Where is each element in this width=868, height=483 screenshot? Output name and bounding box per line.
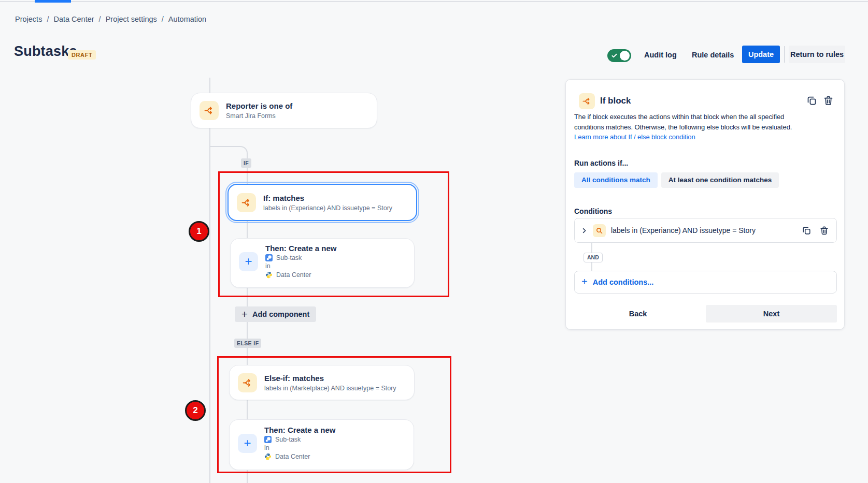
breadcrumb: Projects / Data Center / Project setting…: [15, 15, 206, 23]
conditions-label: Conditions: [574, 207, 612, 215]
then-card-title: Then: Create a new: [265, 244, 337, 253]
trigger-card[interactable]: Reporter is one of Smart Jira Forms: [191, 93, 377, 128]
breadcrumb-projects[interactable]: Projects: [15, 15, 42, 23]
add-component-button[interactable]: + Add component: [235, 306, 316, 322]
branch-icon: [238, 373, 257, 392]
flow-branch-elbow: [209, 146, 248, 154]
then-project-name: Data Center: [276, 271, 311, 279]
header-separator: [784, 46, 785, 63]
duplicate-block-button[interactable]: [805, 94, 818, 107]
then-issue-type: Sub-task: [275, 436, 301, 443]
top-scroll-indicator: [35, 0, 71, 3]
python-project-icon: [264, 453, 272, 460]
search-icon: [593, 224, 606, 237]
flow-main-line: [209, 78, 210, 483]
if-card-subtitle: labels in (Experiance) AND issuetype = S…: [263, 204, 392, 212]
tab-all-conditions-match[interactable]: All conditions match: [574, 172, 658, 188]
chevron-right-icon[interactable]: [581, 227, 588, 234]
top-divider: [0, 1, 868, 2]
annotation-badge-1: 1: [189, 221, 209, 242]
next-button[interactable]: Next: [706, 305, 837, 323]
breadcrumb-automation[interactable]: Automation: [168, 15, 206, 23]
breadcrumb-data-center[interactable]: Data Center: [53, 15, 94, 23]
trash-icon: [819, 226, 829, 236]
condition-text: labels in (Experiance) AND issuetype = S…: [611, 226, 795, 235]
toggle-knob: [620, 51, 630, 61]
if-condition-card[interactable]: If: matches labels in (Experiance) AND i…: [227, 184, 417, 221]
learn-more-link[interactable]: Learn more about If / else block conditi…: [574, 133, 695, 141]
add-component-label: Add component: [252, 310, 309, 318]
back-button[interactable]: Back: [574, 305, 702, 323]
delete-condition-button[interactable]: [818, 224, 830, 237]
return-to-rules-button[interactable]: Return to rules: [789, 46, 845, 63]
tab-at-least-one-condition[interactable]: At least one condition matches: [661, 172, 779, 188]
breadcrumb-separator: /: [47, 15, 49, 23]
trigger-subtitle: Smart Jira Forms: [226, 112, 292, 120]
panel-description-text: The if block executes the actions within…: [574, 113, 792, 131]
delete-block-button[interactable]: [822, 94, 834, 107]
add-conditions-label: Add conditions...: [593, 278, 654, 286]
plus-icon: +: [239, 252, 258, 271]
condition-row[interactable]: labels in (Experiance) AND issuetype = S…: [574, 218, 837, 243]
python-project-icon: [265, 271, 273, 279]
then-issue-type: Sub-task: [276, 254, 302, 261]
match-mode-tabs: All conditions match At least one condit…: [574, 172, 779, 188]
rule-details-button[interactable]: Rule details: [692, 51, 734, 59]
else-if-condition-card[interactable]: Else-if: matches labels in (Marketplace)…: [229, 365, 415, 400]
plus-icon: +: [238, 434, 257, 453]
if-block-config-panel: If block The if block executes the actio…: [565, 79, 845, 330]
else-if-card-subtitle: labels in (Marketplace) AND issuetype = …: [264, 385, 396, 392]
check-icon: [611, 52, 618, 59]
plus-icon: +: [241, 309, 248, 319]
branch-icon: [579, 93, 595, 109]
trash-icon: [823, 95, 834, 106]
breadcrumb-separator: /: [99, 15, 101, 23]
breadcrumb-project-settings[interactable]: Project settings: [106, 15, 157, 23]
copy-icon: [806, 95, 817, 106]
subtask-icon: [265, 254, 273, 261]
else-if-branch-label: ELSE IF: [234, 339, 261, 348]
duplicate-condition-button[interactable]: [800, 224, 813, 237]
run-actions-label: Run actions if...: [574, 159, 628, 167]
plus-icon: +: [581, 276, 588, 287]
branch-icon: [237, 193, 256, 212]
then-action-card-2[interactable]: + Then: Create a new Sub-task in Data Ce…: [229, 419, 414, 470]
rule-enabled-toggle[interactable]: [607, 49, 631, 62]
panel-description: The if block executes the actions within…: [574, 112, 808, 142]
branch-icon: [200, 101, 219, 120]
trigger-title: Reporter is one of: [226, 101, 292, 110]
if-branch-label: IF: [241, 158, 251, 168]
then-action-card-1[interactable]: + Then: Create a new Sub-task in Data Ce…: [230, 238, 415, 288]
then-project-name: Data Center: [275, 453, 310, 460]
copy-icon: [802, 226, 812, 236]
add-conditions-button[interactable]: + Add conditions...: [574, 271, 837, 294]
then-preposition: in: [264, 444, 336, 451]
then-card-title: Then: Create a new: [264, 426, 336, 434]
status-badge: DRAFT: [68, 50, 96, 60]
breadcrumb-separator: /: [162, 15, 164, 23]
audit-log-button[interactable]: Audit log: [644, 51, 677, 59]
panel-title: If block: [600, 96, 631, 106]
and-operator-chip: AND: [584, 253, 603, 262]
subtask-icon: [264, 436, 272, 443]
else-if-card-title: Else-if: matches: [264, 374, 396, 383]
if-card-title: If: matches: [263, 194, 392, 202]
annotation-badge-2: 2: [185, 400, 206, 421]
then-preposition: in: [265, 262, 337, 270]
update-button[interactable]: Update: [742, 46, 780, 63]
